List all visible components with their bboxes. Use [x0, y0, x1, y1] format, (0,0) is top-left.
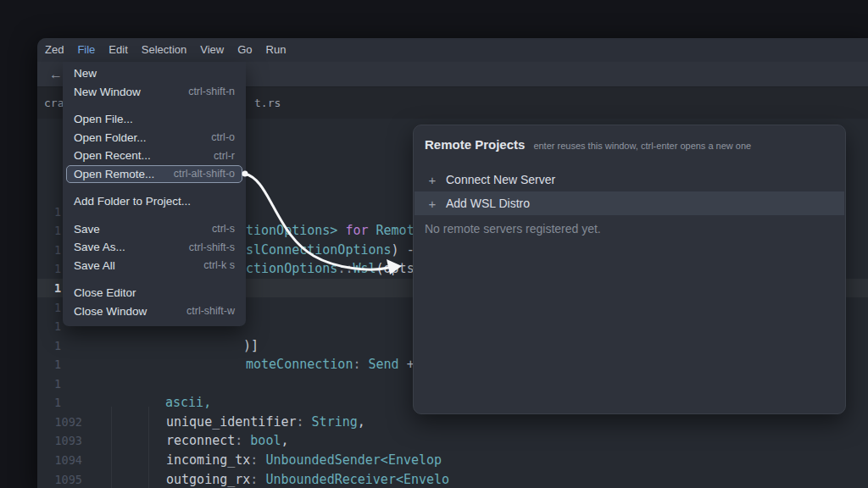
code-line[interactable]: ctionOptions::Wsl(opts) — [246, 259, 422, 278]
remote-projects-dialog: Remote Projects enter reuses this window… — [413, 125, 846, 414]
menu-group: Add Folder to Project... — [63, 192, 246, 211]
menu-item-open-file[interactable]: Open File... — [66, 110, 242, 129]
code-token: outgoing_rx — [166, 472, 250, 487]
menu-item-label: Save As... — [74, 241, 125, 253]
menu-group: NewNew Windowctrl-shift-n — [63, 64, 246, 101]
menu-item-shortcut: ctrl-o — [211, 131, 235, 143]
menu-item-label: Open Remote... — [74, 168, 154, 180]
menu-item-shortcut: ctrl-k s — [203, 259, 235, 271]
code-token: tionOptions> — [246, 223, 345, 238]
menubar-item-selection[interactable]: Selection — [135, 38, 193, 62]
line-number-partial: 1 — [54, 298, 61, 317]
code-token: : — [353, 357, 368, 372]
menubar-item-zed[interactable]: Zed — [38, 38, 70, 62]
line-number-partial: 1 — [54, 221, 61, 240]
code-token: for — [345, 223, 368, 238]
dialog-item-add-wsl-distro[interactable]: +Add WSL Distro — [415, 191, 844, 215]
code-token: : — [250, 452, 265, 468]
menu-item-close-window[interactable]: Close Windowctrl-shift-w — [66, 302, 242, 321]
code-token: )] — [243, 338, 259, 353]
menu-item-label: Open Folder... — [74, 131, 147, 144]
line-number-partial: 1 — [54, 393, 61, 412]
menu-item-new-window[interactable]: New Windowctrl-shift-n — [66, 83, 242, 102]
code-token: Send — [369, 357, 399, 372]
code-token: slConnectionOptions — [246, 242, 392, 258]
dialog-item-label: Add WSL Distro — [446, 197, 530, 210]
menu-item-shortcut: ctrl-s — [212, 223, 235, 235]
code-token: : — [235, 433, 250, 448]
line-number: 1094 — [54, 451, 82, 469]
plus-icon: + — [426, 173, 439, 187]
code-line[interactable]: slConnectionOptions) -> — [246, 241, 430, 259]
code-token: moteConnection — [246, 357, 353, 372]
menu-item-save-as[interactable]: Save As...ctrl-shift-s — [66, 238, 242, 257]
menu-item-new[interactable]: New — [66, 64, 242, 83]
menu-group: Savectrl-sSave As...ctrl-shift-sSave All… — [63, 220, 246, 275]
breadcrumb-path-end: t.rs — [254, 87, 281, 119]
file-menu-dropdown: NewNew Windowctrl-shift-nOpen File...Ope… — [63, 62, 246, 326]
menu-item-shortcut: ctrl-shift-w — [186, 305, 235, 317]
code-token: , — [358, 414, 365, 430]
menu-item-shortcut: ctrl-shift-n — [188, 86, 235, 97]
dialog-item-connect-new-server[interactable]: +Connect New Server — [415, 168, 844, 191]
code-line[interactable]: ascii, — [165, 393, 211, 412]
code-line[interactable]: unique_identifier: String, — [166, 413, 365, 431]
code-token: UnboundedReceiver<Envelo — [265, 472, 449, 487]
menubar-item-edit[interactable]: Edit — [102, 38, 134, 62]
menu-group: Open File...Open Folder...ctrl-oOpen Rec… — [63, 110, 246, 183]
code-token: reconnect — [166, 433, 235, 448]
code-token: String — [312, 414, 358, 430]
menu-item-label: Close Window — [74, 305, 147, 318]
code-token: bool — [250, 433, 281, 448]
screenshot-stage: ZedFileEditSelectionViewGoRun ← cra t.rs… — [0, 0, 868, 488]
menu-item-shortcut: ctrl-r — [214, 150, 235, 162]
menubar-item-view[interactable]: View — [193, 38, 231, 62]
menu-item-shortcut: ctrl-alt-shift-o — [174, 168, 235, 180]
menu-item-label: Open Recent... — [74, 149, 151, 162]
line-number: 1092 — [54, 413, 82, 431]
line-number-partial: 1 — [54, 355, 61, 374]
empty-state-text: No remote servers registered yet. — [425, 220, 601, 237]
line-number: 1095 — [54, 470, 82, 488]
dialog-header: Remote Projects enter reuses this window… — [425, 137, 751, 152]
code-token: unique_identifier — [166, 414, 297, 430]
code-token: :: — [337, 261, 353, 276]
line-number-partial: 1 — [54, 336, 61, 355]
dialog-hint: enter reuses this window, ctrl-enter ope… — [533, 141, 751, 151]
code-token: : — [297, 414, 312, 430]
line-number-partial: 1 — [54, 279, 61, 297]
line-number-partial: 1 — [54, 317, 61, 336]
menubar-item-run[interactable]: Run — [259, 38, 293, 62]
menu-item-open-folder[interactable]: Open Folder...ctrl-o — [66, 129, 242, 147]
code-token: UnboundedSender<Envelop — [265, 452, 442, 468]
indent-guide — [148, 407, 149, 488]
menu-item-label: Add Folder to Project... — [74, 195, 191, 208]
code-line[interactable]: incoming_tx: UnboundedSender<Envelop — [166, 451, 442, 469]
dialog-item-label: Connect New Server — [446, 173, 555, 186]
menu-item-label: New — [74, 67, 97, 80]
code-line[interactable]: tionOptions> for RemoteC — [246, 221, 430, 240]
line-number-partial: 1 — [54, 241, 61, 259]
code-token: : — [250, 472, 265, 487]
menu-item-open-recent[interactable]: Open Recent...ctrl-r — [66, 147, 242, 165]
menu-item-save[interactable]: Savectrl-s — [66, 220, 242, 239]
code-line[interactable]: moteConnection: Send + S — [246, 355, 430, 374]
code-token: ascii, — [165, 395, 211, 410]
code-token: ctionOptions — [246, 261, 337, 276]
line-number-partial: 1 — [54, 374, 61, 393]
menubar-item-go[interactable]: Go — [231, 38, 259, 62]
menu-item-shortcut: ctrl-shift-s — [189, 241, 235, 253]
line-number-partial: 1 — [54, 202, 61, 221]
code-token: , — [281, 433, 288, 448]
menu-item-open-remote[interactable]: Open Remote...ctrl-alt-shift-o — [66, 165, 242, 184]
plus-icon: + — [426, 197, 439, 211]
menu-item-close-editor[interactable]: Close Editor — [66, 284, 242, 302]
code-line[interactable]: reconnect: bool, — [166, 431, 289, 450]
code-line[interactable]: outgoing_rx: UnboundedReceiver<Envelo — [166, 470, 449, 488]
dialog-title: Remote Projects — [425, 137, 525, 152]
menu-item-add-folder-to-project[interactable]: Add Folder to Project... — [66, 192, 242, 211]
menu-item-save-all[interactable]: Save Allctrl-k s — [66, 257, 242, 275]
menubar-item-file[interactable]: File — [70, 38, 102, 62]
code-token: incoming_tx — [166, 452, 250, 468]
code-line[interactable]: )] — [243, 336, 259, 355]
